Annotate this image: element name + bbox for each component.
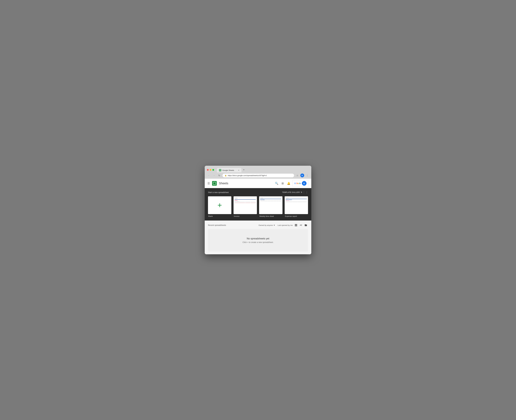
timesheet-row2 xyxy=(260,201,281,202)
owned-by-label: Owned by anyone xyxy=(258,224,273,226)
inv-r2c1 xyxy=(235,203,245,203)
invoice-cols xyxy=(235,202,256,202)
ts-r2c4 xyxy=(276,201,279,202)
ex-col1 xyxy=(293,201,297,202)
invoice-row3 xyxy=(235,203,256,203)
inv-r1c2 xyxy=(245,202,251,202)
tab-close-button[interactable]: × xyxy=(238,169,239,171)
ts-r3c0 xyxy=(260,202,268,202)
template-card-invoice[interactable]: Your Company 123 Main StreetAnytown, USA… xyxy=(234,196,257,217)
recent-section-title: Recent spreadsheets xyxy=(208,224,226,226)
invoice-row2 xyxy=(235,203,256,203)
folder-button[interactable] xyxy=(304,223,308,227)
expense-address: 123 Main Street xyxy=(286,198,307,199)
filter-separator[interactable]: Last opened by me xyxy=(277,224,293,226)
timesheet-header: Your Company 123 Main Street xyxy=(260,197,281,199)
invoice-address: 123 Main StreetAnytown, USA xyxy=(235,198,256,199)
grid-icon xyxy=(295,224,297,226)
ex-r3c0 xyxy=(286,202,293,203)
expense-row3 xyxy=(286,202,307,203)
url-bar[interactable]: 🔒 https://docs.google.com/spreadsheets/u… xyxy=(222,174,294,177)
grid-view-button[interactable] xyxy=(294,223,298,227)
inv-r3c3 xyxy=(251,203,256,203)
back-button[interactable]: ← xyxy=(207,173,211,177)
dropdown-arrow-icon: ▼ xyxy=(273,224,275,226)
ex-r1c1 xyxy=(293,202,297,202)
apps-button[interactable]: ⊞ xyxy=(280,181,285,186)
app-bar: ☰ Sheets 🔍 ⊞ 🔔 G Suite K xyxy=(205,179,311,188)
template-cards: + Blank Your Company 123 Main StreetAnyt… xyxy=(208,196,308,217)
ts-r1c1 xyxy=(268,201,271,201)
ts-r1c5 xyxy=(279,201,281,201)
inv-col2 xyxy=(245,202,251,202)
ex-r3c2 xyxy=(297,202,302,203)
ex-r2c1 xyxy=(293,202,297,202)
template-card-blank[interactable]: + Blank xyxy=(208,196,231,217)
new-tab-button[interactable]: + xyxy=(242,167,246,172)
ts-col1 xyxy=(268,200,271,201)
ex-r1c2 xyxy=(297,202,302,202)
address-bar: ← → ↻ 🔒 https://docs.google.com/spreadsh… xyxy=(205,172,311,179)
close-traffic-light[interactable] xyxy=(207,169,209,171)
timesheet-row3 xyxy=(260,202,281,202)
ex-r1c3 xyxy=(302,202,307,202)
timesheet-title: Time Sheet xyxy=(260,199,281,200)
invoice-header: Your Company 123 Main StreetAnytown, USA xyxy=(235,197,256,200)
browser-window: Google Sheets × + ← → ↻ 🔒 https://docs.g… xyxy=(205,166,311,254)
ex-r3c3 xyxy=(302,202,307,203)
template-card-timesheet[interactable]: Your Company 123 Main Street Time Sheet xyxy=(259,196,282,217)
ts-r2c0 xyxy=(260,201,268,202)
ex-r2c0 xyxy=(286,202,293,202)
template-section-title: Start a new spreadsheet xyxy=(208,191,229,194)
expense-cols xyxy=(286,201,307,202)
ex-col2 xyxy=(297,201,302,202)
sheets-tab-icon xyxy=(219,169,221,171)
template-header: Start a new spreadsheet TEMPLATE GALLERY… xyxy=(208,191,308,194)
more-options-button[interactable]: ⋮ xyxy=(305,173,309,177)
invoice-preview: Your Company 123 Main StreetAnytown, USA… xyxy=(234,197,257,214)
active-tab[interactable]: Google Sheets × xyxy=(217,168,242,172)
bookmark-button[interactable]: ☆ xyxy=(295,173,299,177)
template-divider xyxy=(304,191,304,194)
template-name-blank: Blank xyxy=(208,215,231,217)
ts-r2c5 xyxy=(279,201,281,202)
template-more-button[interactable]: ⋮ xyxy=(306,191,308,194)
expense-preview: Your Company 123 Main Street Expense Rep… xyxy=(285,197,308,214)
gsuite-button[interactable]: G Suite K xyxy=(292,180,309,187)
inv-col3 xyxy=(251,202,256,202)
recent-header: Recent spreadsheets Owned by anyone ▼ La… xyxy=(208,223,308,227)
template-gallery-button[interactable]: TEMPLATE GALLERY ⇅ xyxy=(282,191,302,193)
forward-button[interactable]: → xyxy=(212,173,216,177)
refresh-button[interactable]: ↻ xyxy=(217,173,221,177)
ex-r2c2 xyxy=(297,202,302,202)
invoice-row1 xyxy=(235,202,256,202)
profile-button[interactable]: K xyxy=(300,173,304,177)
sort-az-button[interactable]: AZ xyxy=(299,223,303,227)
owned-by-dropdown[interactable]: Owned by anyone ▼ xyxy=(257,224,277,227)
template-section: Start a new spreadsheet TEMPLATE GALLERY… xyxy=(205,188,311,221)
ts-col3 xyxy=(273,200,276,201)
maximize-traffic-light[interactable] xyxy=(212,169,214,171)
sheets-logo xyxy=(212,181,217,186)
sheets-logo-inner xyxy=(213,182,216,185)
ts-r1c4 xyxy=(276,201,279,201)
inv-r2c3 xyxy=(251,203,256,203)
ts-col0 xyxy=(260,200,268,201)
notifications-button[interactable]: 🔔 xyxy=(286,181,291,186)
svg-rect-0 xyxy=(295,224,296,225)
ex-col3 xyxy=(302,201,307,202)
minimize-traffic-light[interactable] xyxy=(210,169,211,171)
svg-rect-3 xyxy=(296,225,297,226)
title-bar: Google Sheets × + xyxy=(205,166,311,172)
lock-icon: 🔒 xyxy=(225,174,227,176)
blank-thumbnail: + xyxy=(208,196,231,214)
inv-r3c1 xyxy=(235,203,245,203)
ts-r3c2 xyxy=(271,202,273,202)
sheets-icon-inner xyxy=(220,170,221,171)
search-button[interactable]: 🔍 xyxy=(274,181,279,186)
user-avatar[interactable]: K xyxy=(302,181,307,186)
ts-r2c3 xyxy=(273,201,276,202)
template-card-expense[interactable]: Your Company 123 Main Street Expense Rep… xyxy=(285,196,308,217)
timesheet-thumbnail: Your Company 123 Main Street Time Sheet xyxy=(259,196,282,214)
hamburger-menu-button[interactable]: ☰ xyxy=(207,182,210,185)
